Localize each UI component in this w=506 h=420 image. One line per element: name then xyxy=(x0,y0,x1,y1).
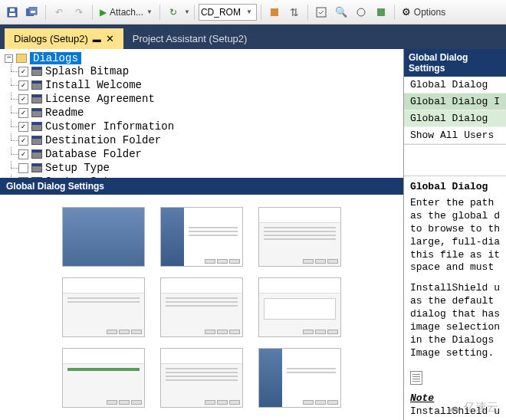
tool-icon-5[interactable] xyxy=(372,3,390,21)
tree-item[interactable]: Readme xyxy=(5,106,399,120)
tool-icon-4[interactable] xyxy=(352,3,370,21)
thumb-destination[interactable] xyxy=(258,277,341,337)
dialog-icon xyxy=(31,94,42,103)
dialog-icon xyxy=(31,163,42,172)
checkbox[interactable] xyxy=(18,108,28,118)
description-panel: Global Dialog Enter the path as the glob… xyxy=(404,176,506,420)
dialog-icon xyxy=(31,149,42,159)
checkbox[interactable] xyxy=(18,67,28,77)
thumb-customer[interactable] xyxy=(160,277,243,337)
checkbox[interactable] xyxy=(18,163,28,173)
thumb-database[interactable] xyxy=(62,348,145,408)
watermark: ☁ 亿速云 xyxy=(447,399,498,415)
desc-text: InstallShield u as the default dialog th… xyxy=(410,282,500,359)
checkbox[interactable] xyxy=(18,177,28,179)
tree-item-label: Database Folder xyxy=(45,148,142,160)
note-icon xyxy=(410,371,422,385)
search-icon[interactable]: 🔍 xyxy=(332,3,350,21)
properties-header: Global Dialog Settings xyxy=(404,49,506,77)
tool-icon-1[interactable] xyxy=(265,3,284,21)
dialog-icon xyxy=(31,67,42,76)
undo-icon[interactable]: ↶ xyxy=(50,3,68,21)
dialog-icon xyxy=(31,108,42,117)
dialog-tree: − Dialogs Splash BitmapInstall WelcomeLi… xyxy=(0,49,403,178)
svg-rect-6 xyxy=(271,8,278,16)
tree-item[interactable]: Destination Folder xyxy=(5,133,399,147)
dialog-icon xyxy=(31,136,42,145)
play-icon: ▶ xyxy=(100,7,107,18)
tree-item[interactable]: Customer Information xyxy=(5,120,399,133)
refresh-icon[interactable]: ↻ xyxy=(164,3,182,21)
prop-row[interactable]: Global Dialog xyxy=(404,110,506,127)
folder-icon xyxy=(16,54,27,63)
tree-item[interactable]: Install Welcome xyxy=(5,78,399,92)
dialog-icon xyxy=(31,80,42,90)
chevron-down-icon: ▼ xyxy=(184,8,190,15)
tree-item[interactable]: Splash Bitmap xyxy=(5,64,399,78)
desc-title: Global Dialog xyxy=(410,181,500,192)
checkbox[interactable] xyxy=(18,94,28,104)
chevron-down-icon: ▼ xyxy=(246,8,252,15)
checkbox[interactable] xyxy=(18,80,28,90)
tree-item[interactable]: Custom Setup xyxy=(5,175,399,178)
svg-point-8 xyxy=(357,8,365,16)
options-label: Options xyxy=(412,7,447,18)
checkbox[interactable] xyxy=(18,149,28,159)
tree-item-label: Customer Information xyxy=(45,120,174,133)
save-all-icon[interactable] xyxy=(23,3,41,21)
main-toolbar: ↶ ↷ ▶ Attach... ▼ ↻ ▼ ▼ ⇅ 🔍 ⚙ Options xyxy=(0,0,506,25)
tree-item-label: Setup Type xyxy=(45,162,110,174)
desc-text: Enter the path as the global d to browse… xyxy=(410,197,500,274)
gear-icon: ⚙ xyxy=(402,6,411,18)
cloud-icon: ☁ xyxy=(447,399,461,415)
tool-icon-3[interactable] xyxy=(312,3,330,21)
svg-rect-2 xyxy=(10,8,15,11)
document-tabs: Dialogs (Setup2) ▬ ✕ Project Assistant (… xyxy=(0,25,506,49)
svg-rect-1 xyxy=(9,13,15,16)
checkbox[interactable] xyxy=(18,136,28,146)
section-header: Global Dialog Settings xyxy=(0,178,403,195)
tool-icon-2[interactable]: ⇅ xyxy=(285,3,304,21)
save-icon[interactable] xyxy=(3,3,21,21)
thumb-ready[interactable] xyxy=(160,348,243,408)
tree-item[interactable]: Database Folder xyxy=(5,147,399,161)
options-dropdown[interactable]: ⚙ Options xyxy=(399,6,450,18)
tab-label: Project Assistant (Setup2) xyxy=(133,33,248,44)
thumb-readme[interactable] xyxy=(62,277,145,337)
svg-rect-5 xyxy=(31,11,35,13)
prop-row[interactable]: Show All Users xyxy=(404,127,506,144)
tree-item[interactable]: Setup Type xyxy=(5,161,399,175)
thumb-license[interactable] xyxy=(258,207,341,267)
tree-item[interactable]: License Agreement xyxy=(5,92,399,106)
run-dropdown[interactable]: ▶ Attach... ▼ xyxy=(97,7,156,18)
properties-grid: Global Dialog Global Dialog I Global Dia… xyxy=(404,77,506,145)
tree-root-label[interactable]: Dialogs xyxy=(30,52,81,64)
svg-rect-9 xyxy=(377,8,385,16)
watermark-text: 亿速云 xyxy=(464,400,498,415)
attach-label: Attach... xyxy=(108,7,145,18)
pin-icon[interactable]: ▬ xyxy=(93,34,101,44)
dialog-thumbnails xyxy=(0,195,403,420)
svg-rect-7 xyxy=(317,8,326,17)
tree-item-label: Readme xyxy=(45,107,84,119)
prop-row[interactable]: Global Dialog xyxy=(404,77,506,94)
tree-item-label: Install Welcome xyxy=(45,79,142,91)
redo-icon[interactable]: ↷ xyxy=(70,3,88,21)
tree-item-label: Destination Folder xyxy=(45,134,161,146)
tab-label: Dialogs (Setup2) xyxy=(14,33,88,44)
collapse-icon[interactable]: − xyxy=(5,54,13,63)
prop-row[interactable]: Global Dialog I xyxy=(404,94,506,110)
thumb-complete[interactable] xyxy=(258,348,341,408)
tree-item-label: Custom Setup xyxy=(45,176,123,178)
thumb-welcome[interactable] xyxy=(160,207,243,267)
thumb-splash[interactable] xyxy=(62,207,145,267)
dialog-icon xyxy=(31,122,42,131)
tab-project-assistant[interactable]: Project Assistant (Setup2) xyxy=(123,28,257,49)
chevron-down-icon: ▼ xyxy=(146,8,153,15)
tab-dialogs[interactable]: Dialogs (Setup2) ▬ ✕ xyxy=(5,28,123,49)
dialog-icon xyxy=(31,177,42,178)
close-icon[interactable]: ✕ xyxy=(106,33,114,44)
tree-item-label: Splash Bitmap xyxy=(45,65,129,77)
tree-item-label: License Agreement xyxy=(45,93,155,105)
checkbox[interactable] xyxy=(18,122,28,132)
